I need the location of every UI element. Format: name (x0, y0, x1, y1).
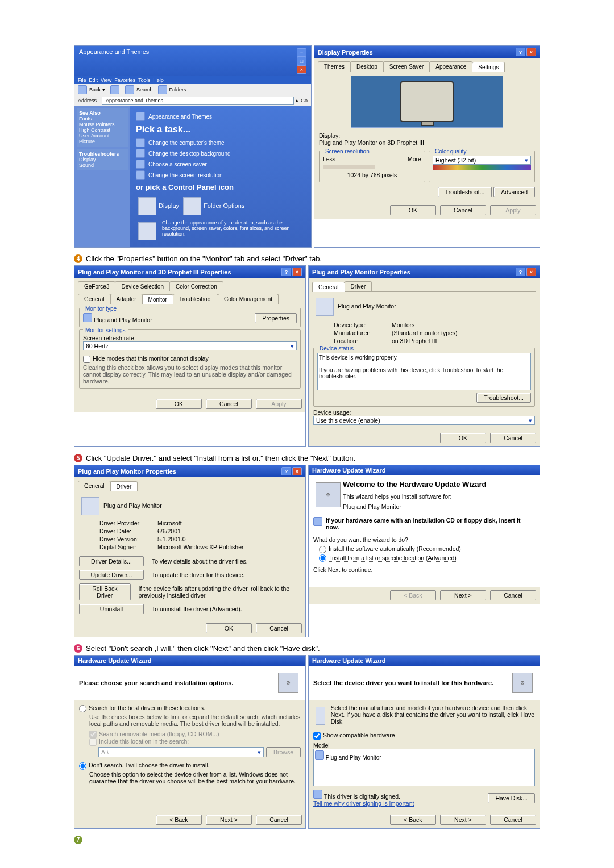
arrow-icon (136, 149, 145, 158)
next-button[interactable]: Next > (440, 815, 486, 825)
dialog-title: Hardware Update Wizard (312, 467, 386, 474)
step-badge-6: 6 (74, 644, 82, 653)
tabstrip[interactable]: Themes Desktop Screen Saver Appearance S… (318, 61, 536, 72)
forward-icon[interactable] (110, 85, 119, 94)
chk-location (89, 738, 97, 746)
wizard-welcome: Welcome to the Hardware Update Wizard (313, 480, 535, 489)
folders-icon[interactable] (158, 85, 167, 94)
color-quality-select[interactable]: Highest (32 bit)▾ (433, 156, 531, 165)
ok-button[interactable]: OK (440, 433, 486, 443)
cancel-button[interactable]: Cancel (206, 399, 252, 409)
close-button[interactable]: × (297, 65, 306, 74)
tab-general[interactable]: General (78, 481, 111, 491)
maximize-button[interactable]: □ (297, 57, 306, 65)
uninstall-button[interactable]: Uninstall (79, 604, 144, 614)
tab-color-mgmt[interactable]: Color Management (218, 294, 279, 304)
cancel-button[interactable]: Cancel (490, 815, 536, 825)
chk-removable (89, 731, 97, 738)
refresh-rate-select[interactable]: 60 Hertz▾ (83, 341, 297, 350)
properties-button[interactable]: Properties (255, 313, 297, 323)
radio-auto[interactable] (319, 546, 326, 553)
ok-button[interactable]: OK (390, 205, 436, 215)
tab-general[interactable]: General (312, 282, 345, 292)
toolbar[interactable]: Back ▾ Search Folders (74, 84, 311, 95)
wizard-icon: ⚙ (316, 482, 341, 507)
compat-checkbox[interactable] (313, 732, 321, 740)
update-driver-button[interactable]: Update Driver... (79, 570, 144, 580)
tab-driver[interactable]: Driver (345, 281, 372, 291)
tab-adapter[interactable]: Adapter (110, 294, 143, 304)
model-list[interactable]: Plug and Play Monitor (313, 749, 535, 786)
advanced-button[interactable]: Advanced (493, 187, 535, 197)
back-button[interactable]: < Back (390, 815, 436, 825)
next-button[interactable]: Next > (440, 590, 486, 600)
cancel-button[interactable]: Cancel (490, 590, 536, 600)
help-button[interactable]: ? (516, 268, 525, 276)
tab-general[interactable]: General (78, 294, 111, 304)
search-icon[interactable] (125, 85, 134, 94)
wizard-icon: ⚙ (512, 673, 533, 693)
cancel-button[interactable]: Cancel (490, 433, 536, 443)
cancel-button[interactable]: Cancel (256, 623, 302, 633)
resolution-slider[interactable] (323, 165, 375, 169)
tab-geforce[interactable]: GeForce3 (78, 281, 115, 291)
address-bar[interactable]: Address Appearance and Themes ▸ Go (74, 95, 311, 106)
dialog-title: Hardware Update Wizard (78, 657, 152, 664)
tab-monitor[interactable]: Monitor (142, 294, 173, 304)
apply-button[interactable]: Apply (256, 399, 302, 409)
monitor-icon (83, 313, 92, 322)
device-usage-select[interactable]: Use this device (enable)▾ (313, 416, 535, 425)
tab-color-corr[interactable]: Color Correction (169, 281, 223, 291)
tab-themes[interactable]: Themes (318, 61, 351, 72)
sidebox-see-also: See AlsoFontsMouse PointersHigh Contrast… (77, 108, 128, 147)
tab-driver[interactable]: Driver (110, 481, 138, 491)
close-button[interactable]: × (292, 268, 302, 276)
close-button[interactable]: × (292, 467, 302, 475)
close-button[interactable]: × (526, 268, 536, 276)
signing-link[interactable]: Tell me why driver signing is important (313, 800, 414, 807)
task-theme[interactable]: Change the computer's theme (136, 138, 305, 147)
troubleshoot-button[interactable]: Troubleshoot... (438, 187, 492, 197)
close-button[interactable]: × (526, 48, 536, 56)
folder-options-icon[interactable] (183, 197, 201, 215)
tab-desktop[interactable]: Desktop (350, 61, 384, 72)
ok-button[interactable]: OK (206, 623, 252, 633)
task-resolution[interactable]: Change the screen resolution (136, 170, 305, 180)
menubar[interactable]: File Edit View Favorites Tools Help (74, 76, 311, 84)
back-button[interactable]: < Back (390, 590, 436, 600)
tab-device-sel[interactable]: Device Selection (115, 281, 169, 291)
help-button[interactable]: ? (516, 48, 525, 56)
task-background[interactable]: Change the desktop background (136, 149, 305, 158)
rollback-driver-button[interactable]: Roll Back Driver (79, 583, 131, 600)
back-button[interactable]: < Back (156, 815, 202, 825)
cancel-button[interactable]: Cancel (440, 205, 486, 215)
resolution-value: 1024 by 768 pixels (323, 172, 421, 178)
driver-details-button[interactable]: Driver Details... (79, 556, 144, 566)
display-icon[interactable] (138, 197, 156, 215)
help-button[interactable]: ? (281, 467, 291, 475)
next-button[interactable]: Next > (206, 815, 252, 825)
help-button[interactable]: ? (281, 268, 291, 276)
tab-appearance[interactable]: Appearance (429, 61, 472, 72)
hide-modes-checkbox[interactable] (83, 356, 90, 363)
apply-button[interactable]: Apply (490, 205, 536, 215)
task-screensaver[interactable]: Choose a screen saver (136, 160, 305, 169)
cancel-button[interactable]: Cancel (256, 815, 302, 825)
tab-screensaver[interactable]: Screen Saver (383, 61, 430, 72)
tab-troubleshoot[interactable]: Troubleshoot (173, 294, 218, 304)
ok-button[interactable]: OK (156, 399, 202, 409)
radio-search[interactable] (79, 705, 86, 712)
have-disk-button[interactable]: Have Disk... (488, 793, 535, 803)
minimize-button[interactable]: − (297, 48, 306, 57)
radio-dont-search[interactable] (79, 762, 86, 770)
troubleshoot-button[interactable]: Troubleshoot... (476, 393, 531, 403)
dialog-title: Plug and Play Monitor Properties (78, 468, 176, 475)
pnp-monitor-properties-driver: Plug and Play Monitor Properties?× Gener… (74, 465, 306, 637)
tab-settings[interactable]: Settings (472, 62, 505, 72)
back-icon[interactable] (78, 85, 87, 94)
device-icon (316, 707, 325, 725)
radio-list[interactable] (319, 554, 326, 562)
arrow-icon (136, 160, 145, 169)
control-panel-window: Appearance and Themes −□× File Edit View… (74, 45, 312, 248)
taskbar-icon[interactable] (138, 222, 156, 240)
